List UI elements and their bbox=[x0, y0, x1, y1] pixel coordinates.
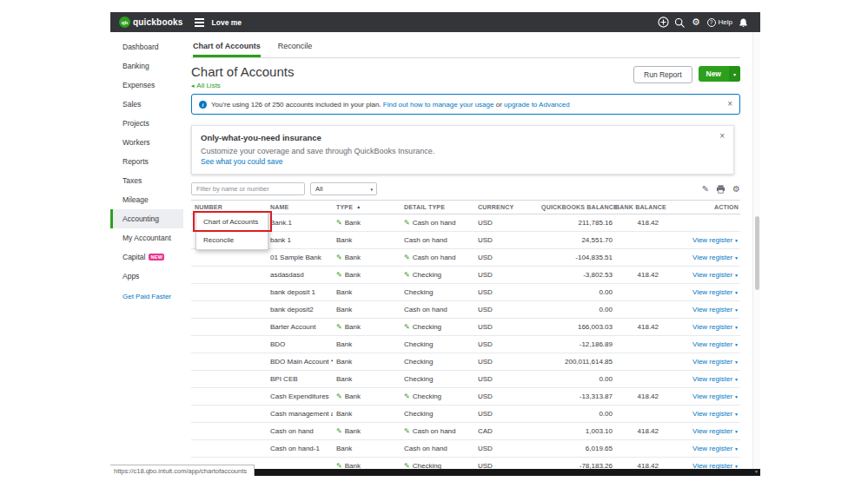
sidebar-item-label: My Accountant bbox=[123, 234, 171, 242]
sidebar-item-label: Apps bbox=[123, 272, 139, 280]
view-register-link[interactable]: View register▼ bbox=[692, 236, 739, 244]
all-lists-link[interactable]: ◂ All Lists bbox=[191, 82, 294, 89]
view-register-link[interactable]: View register▼ bbox=[692, 445, 739, 452]
sidebar-item[interactable]: Mileage bbox=[110, 190, 183, 209]
hamburger-menu-icon[interactable] bbox=[195, 18, 204, 27]
sidebar-item[interactable]: Capital NEW bbox=[110, 247, 183, 267]
detail-type-label: Cash on hand bbox=[404, 445, 447, 452]
filter-input[interactable] bbox=[191, 182, 305, 195]
detail-type-label: Checking bbox=[404, 375, 433, 383]
new-button[interactable]: New ▾ bbox=[699, 66, 741, 82]
detail-type-label: Cash on hand bbox=[413, 219, 456, 227]
type-filter-select[interactable]: All ▾ bbox=[310, 182, 377, 195]
scrollbar-thumb[interactable] bbox=[755, 216, 759, 290]
page-head: Chart of Accounts ◂ All Lists Run Report… bbox=[191, 64, 740, 89]
view-register-link[interactable]: View register▼ bbox=[692, 306, 739, 313]
view-register-link[interactable]: View register▼ bbox=[692, 254, 739, 261]
notifications-bell-icon[interactable] bbox=[735, 16, 752, 30]
view-register-link[interactable]: View register▼ bbox=[692, 375, 739, 383]
type-label: Bank bbox=[336, 358, 352, 366]
sidebar-item[interactable]: Apps bbox=[110, 267, 183, 286]
main-content: Chart of Accounts Reconcile Chart of Acc… bbox=[183, 32, 760, 476]
linked-pencil-icon: ✎ bbox=[404, 393, 410, 400]
tab-chart-of-accounts[interactable]: Chart of Accounts bbox=[193, 42, 261, 57]
view-register-link[interactable]: View register▼ bbox=[692, 358, 739, 366]
print-icon[interactable] bbox=[716, 185, 726, 194]
new-button-caret-icon[interactable]: ▾ bbox=[729, 66, 740, 82]
insurance-link[interactable]: See what you could save bbox=[201, 157, 725, 166]
detail-type-label: Checking bbox=[413, 271, 441, 279]
upgrade-advanced-link[interactable]: upgrade to Advanced bbox=[504, 101, 570, 109]
sidebar-item-label: Expenses bbox=[123, 81, 155, 89]
edit-pencil-icon[interactable]: ✎ bbox=[702, 185, 709, 194]
type-label: Bank bbox=[345, 219, 361, 227]
cell-action: View register▼ bbox=[661, 340, 740, 348]
table-row: Barter Account ✎ Bank ✎ Checking USD 166… bbox=[191, 319, 740, 336]
caret-down-icon: ▼ bbox=[734, 342, 739, 347]
run-report-button[interactable]: Run Report bbox=[633, 66, 692, 83]
sidebar-item[interactable]: Dashboard bbox=[110, 37, 183, 56]
cell-type: ✎ Bank bbox=[333, 219, 401, 227]
view-register-link[interactable]: View register▼ bbox=[692, 410, 739, 418]
get-paid-faster-link[interactable]: Get Paid Faster bbox=[110, 293, 183, 300]
cell-qb-balance: -104,835.51 bbox=[541, 254, 615, 261]
col-qb-balance[interactable]: QUICKBOOKS BALANCE bbox=[541, 204, 615, 210]
caret-down-icon: ▼ bbox=[734, 238, 739, 243]
tab-reconcile[interactable]: Reconcile bbox=[278, 42, 313, 57]
card-close-icon[interactable]: × bbox=[719, 132, 725, 141]
quickbooks-logo[interactable]: qb quickbooks bbox=[119, 16, 183, 28]
view-register-label: View register bbox=[692, 254, 732, 261]
caret-down-icon: ▼ bbox=[734, 429, 739, 434]
sidebar-item[interactable]: Expenses bbox=[110, 76, 183, 95]
cell-currency: USD bbox=[474, 219, 541, 227]
title-block: Chart of Accounts ◂ All Lists bbox=[191, 64, 294, 89]
view-register-link[interactable]: View register▼ bbox=[692, 392, 739, 400]
col-currency[interactable]: CURRENCY bbox=[474, 204, 541, 210]
sidebar-item-label: Workers bbox=[123, 138, 150, 147]
settings-gear-icon[interactable]: ⚙ bbox=[688, 16, 705, 30]
cell-name: BPI CEB bbox=[267, 375, 333, 383]
cell-bank-balance: 418.42 bbox=[615, 392, 661, 400]
scroll-down-icon[interactable]: ▼ bbox=[754, 470, 759, 474]
caret-down-icon: ▼ bbox=[734, 446, 739, 452]
cell-action: View register▼ bbox=[661, 445, 740, 452]
caret-down-icon: ▼ bbox=[734, 255, 739, 260]
cell-currency: USD bbox=[474, 358, 541, 366]
table-settings-gear-icon[interactable]: ⚙ bbox=[732, 185, 740, 194]
sidebar-item[interactable]: Reports bbox=[110, 152, 183, 171]
submenu-item[interactable]: Reconcile bbox=[196, 231, 268, 249]
sidebar-item[interactable]: Projects bbox=[110, 114, 183, 133]
sidebar-item[interactable]: Accounting bbox=[110, 209, 183, 228]
col-name[interactable]: NAME bbox=[267, 204, 333, 210]
view-register-link[interactable]: View register▼ bbox=[692, 427, 739, 435]
view-register-link[interactable]: View register▼ bbox=[692, 323, 739, 331]
sidebar-item[interactable]: My Accountant bbox=[110, 228, 183, 247]
vertical-scrollbar[interactable] bbox=[752, 32, 760, 469]
view-register-link[interactable]: View register▼ bbox=[692, 271, 739, 279]
help-menu[interactable]: ? Help bbox=[707, 18, 732, 27]
manage-usage-link[interactable]: Find out how to manage your usage bbox=[383, 101, 494, 109]
banner-close-icon[interactable]: × bbox=[727, 100, 732, 109]
cell-qb-balance: -3,802.53 bbox=[541, 271, 615, 279]
sidebar-item[interactable]: Taxes bbox=[110, 171, 183, 190]
cell-action: View register▼ bbox=[661, 358, 740, 366]
usage-banner: i You're using 126 of 250 accounts inclu… bbox=[191, 94, 740, 115]
col-bank-balance[interactable]: BANK BALANCE bbox=[615, 204, 661, 210]
caret-down-icon: ▼ bbox=[734, 359, 739, 365]
cell-bank-balance: 418.42 bbox=[615, 219, 661, 227]
sidebar-item[interactable]: Sales bbox=[110, 95, 183, 114]
accounting-submenu: Chart of Accounts Reconcile bbox=[195, 212, 268, 250]
app-body: Dashboard Banking Expenses Sales bbox=[110, 32, 760, 476]
sidebar-item[interactable]: Workers bbox=[110, 133, 183, 152]
create-plus-icon[interactable] bbox=[655, 16, 672, 30]
col-number[interactable]: NUMBER bbox=[191, 204, 267, 210]
cell-name: Cash on hand-1 bbox=[267, 445, 333, 452]
status-url-tooltip: https://c18.qbo.intuit.com/app/chartofac… bbox=[110, 465, 255, 476]
col-detail-type[interactable]: DETAIL TYPE bbox=[401, 204, 474, 210]
submenu-item[interactable]: Chart of Accounts bbox=[196, 213, 268, 231]
view-register-link[interactable]: View register▼ bbox=[692, 340, 739, 348]
col-type[interactable]: TYPE ▲ bbox=[333, 204, 401, 210]
sidebar-item[interactable]: Banking bbox=[110, 56, 183, 76]
view-register-link[interactable]: View register▼ bbox=[692, 288, 739, 296]
search-icon[interactable] bbox=[672, 16, 688, 30]
